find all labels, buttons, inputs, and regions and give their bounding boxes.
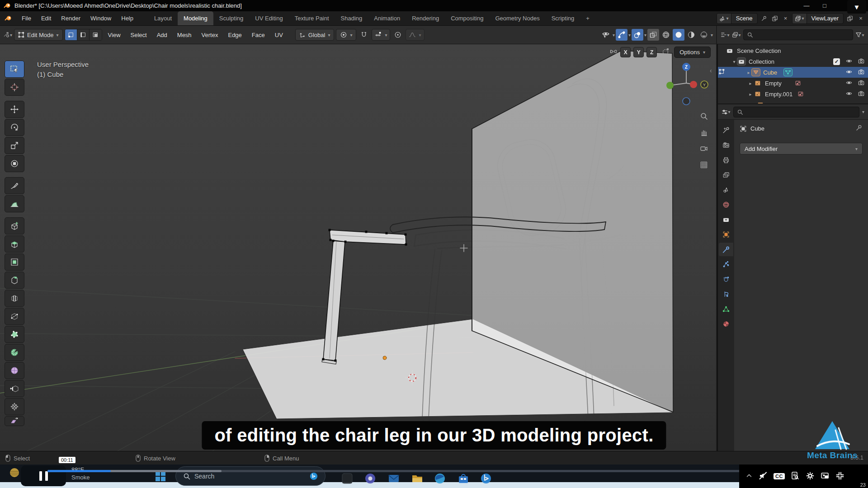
pin-icon[interactable] (855, 124, 863, 133)
workspace-tab-uv-editing[interactable]: UV Editing (249, 11, 288, 25)
render-visibility-icon[interactable] (858, 80, 864, 87)
transcript-icon[interactable] (791, 471, 800, 482)
tool-annotate[interactable] (5, 177, 24, 194)
outliner-row-scene-collection[interactable]: Scene Collection (718, 45, 868, 56)
show-object-types-icon[interactable] (600, 29, 612, 41)
video-progress-bar[interactable] (47, 470, 748, 472)
app-icon-1[interactable] (341, 473, 353, 484)
tool-measure[interactable] (5, 195, 24, 212)
workspace-tab-sculpting[interactable]: Sculpting (213, 11, 249, 25)
tab-material[interactable] (719, 317, 733, 331)
vertex-select-mode-button[interactable] (65, 29, 77, 40)
navigation-gizmo[interactable]: Z Y (663, 61, 712, 110)
taskbar-search[interactable]: Search (175, 466, 326, 486)
render-visibility-icon[interactable] (858, 58, 864, 66)
tab-particles[interactable] (719, 258, 733, 271)
tab-constraints[interactable] (719, 287, 733, 301)
menu-edge[interactable]: Edge (224, 32, 245, 38)
editor-type-icon[interactable]: ▾ (3, 29, 12, 40)
menu-add[interactable]: Add (153, 32, 171, 38)
tool-bevel[interactable] (5, 272, 24, 289)
breadcrumb-object-name[interactable]: Cube (750, 125, 764, 132)
workspace-tab-modeling[interactable]: Modeling (178, 11, 213, 25)
expander-icon[interactable]: ▸ (748, 92, 753, 97)
workspace-tab-rendering[interactable]: Rendering (406, 11, 445, 25)
outliner-row-cube[interactable]: ▸ Cube (718, 67, 868, 78)
edge-icon[interactable] (434, 473, 446, 484)
tool-extrude-region[interactable] (5, 235, 24, 253)
pan-hand-icon[interactable] (700, 128, 708, 138)
tab-collection-props[interactable] (719, 213, 733, 226)
settings-gear-icon[interactable] (806, 471, 815, 482)
hide-eye-icon[interactable] (846, 90, 852, 98)
maximize-button[interactable]: □ (816, 0, 834, 11)
mirror-icon[interactable] (609, 47, 618, 57)
mode-selector[interactable]: Edit Mode ▾ (14, 29, 63, 41)
tab-view-layer[interactable] (719, 168, 733, 182)
file-explorer-icon[interactable] (411, 473, 423, 484)
mirror-y-button[interactable]: Y (633, 47, 644, 57)
tab-modifiers[interactable] (719, 243, 733, 256)
tab-object[interactable] (719, 228, 733, 241)
pivot-point-selector[interactable]: ▾ (336, 29, 356, 41)
hide-eye-icon[interactable] (846, 69, 852, 76)
menu-window[interactable]: Window (85, 11, 116, 25)
workspace-add-tab-button[interactable]: + (580, 11, 595, 25)
mail-icon[interactable] (388, 473, 400, 484)
tool-inset-faces[interactable] (5, 253, 24, 271)
weather-widget[interactable]: 88°F Smoke (71, 466, 90, 481)
hide-eye-icon[interactable] (846, 80, 852, 87)
remove-view-layer-icon[interactable]: × (856, 13, 865, 24)
mute-icon[interactable] (759, 471, 768, 482)
tool-knife[interactable] (5, 308, 24, 325)
menu-view[interactable]: View (104, 32, 125, 38)
tab-physics[interactable] (719, 272, 733, 286)
transform-orientation-selector[interactable]: Global ▾ (295, 29, 335, 41)
camera-view-icon[interactable] (700, 145, 708, 154)
tray-chevron-up-icon[interactable] (745, 472, 753, 481)
shading-rendered-button[interactable] (698, 29, 710, 41)
tool-spin[interactable] (5, 344, 24, 361)
menu-mesh[interactable]: Mesh (173, 32, 196, 38)
properties-editor-icon[interactable]: ▾ (722, 107, 731, 117)
tool-edge-slide[interactable] (5, 380, 24, 397)
zoom-icon[interactable] (700, 112, 708, 122)
tab-world[interactable] (719, 198, 733, 211)
workspace-tab-layout[interactable]: Layout (148, 11, 178, 25)
tool-scale[interactable] (5, 137, 24, 154)
scene-name[interactable]: Scene (731, 15, 757, 22)
tab-tool[interactable] (719, 123, 733, 137)
render-visibility-icon[interactable] (858, 69, 864, 76)
pause-button[interactable] (21, 465, 66, 486)
tool-poly-build[interactable] (5, 326, 24, 343)
tool-smooth[interactable] (5, 362, 24, 379)
close-scene-icon[interactable]: × (781, 13, 790, 24)
workspace-tab-scripting[interactable]: Scripting (546, 11, 580, 25)
shading-material-button[interactable] (685, 29, 697, 41)
menu-vertex[interactable]: Vertex (198, 32, 222, 38)
expander-icon[interactable]: ▾ (731, 59, 737, 64)
mirror-z-button[interactable]: Z (646, 47, 657, 57)
workspace-tab-shading[interactable]: Shading (335, 11, 368, 25)
outliner-row-collection[interactable]: ▾ Collection ✓ (718, 56, 868, 67)
outliner-search-input[interactable] (743, 29, 853, 40)
tool-transform[interactable] (5, 155, 24, 172)
tool-shear[interactable] (5, 416, 24, 426)
render-visibility-icon[interactable] (858, 90, 864, 98)
pin-icon[interactable] (760, 13, 769, 24)
outliner-filter-id-icon[interactable]: ▾ (732, 29, 741, 40)
snap-dashed-circle-icon[interactable] (661, 47, 670, 57)
outliner-row-empty-001[interactable]: ▸ Empty.001 (718, 89, 868, 99)
closed-captions-button[interactable]: CC (774, 473, 785, 479)
options-button[interactable]: Options▾ (674, 47, 711, 58)
new-view-layer-icon[interactable] (845, 13, 854, 24)
windows-start-button[interactable] (156, 471, 165, 481)
outliner-row-empty[interactable]: ▸ Empty (718, 78, 868, 89)
tab-scene[interactable] (719, 183, 733, 197)
tool-loop-cut[interactable] (5, 290, 24, 307)
view-layer-name[interactable]: ViewLayer (807, 15, 843, 22)
shading-wireframe-button[interactable] (660, 29, 672, 41)
viewport-3d[interactable]: User Perspective (1) Cube X Y Z Options▾… (0, 44, 716, 451)
proportional-editing-toggle[interactable] (392, 29, 404, 41)
store-icon[interactable] (458, 473, 469, 484)
